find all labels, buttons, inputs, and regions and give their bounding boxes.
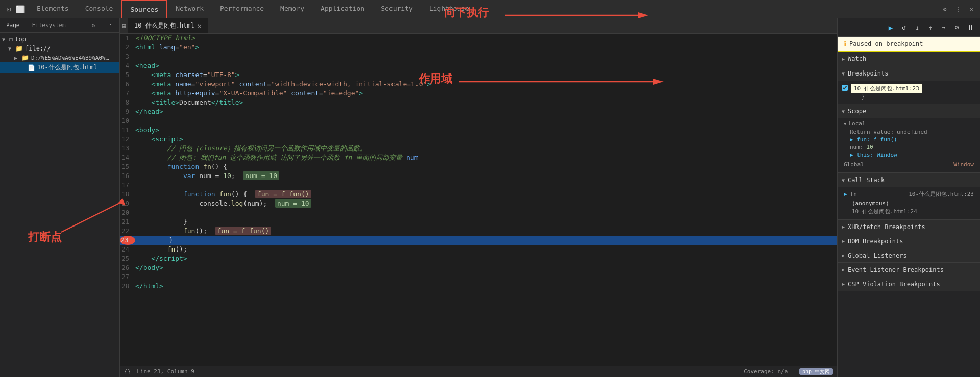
editor-tab-close[interactable]: × [198,22,202,30]
dock-icon[interactable]: ⊡ [4,5,13,14]
scope-label: Scope [848,108,866,115]
file-panel: Page Filesystem » ⋮ ▼ ☐ top ▼ 📁 file:// [0,18,120,377]
scope-section: ▼ Scope ▼ Local Return value: undefined [838,104,980,173]
code-line-20: 20 [120,208,837,217]
paused-label: Paused on breakpoint [849,40,923,47]
code-scroll[interactable]: 1 <!DOCTYPE html> 2 <html lang="en"> 3 [120,34,837,366]
call-stack-arrow: ▼ [842,178,845,183]
file-tab-page[interactable]: Page [0,18,26,32]
file-panel-menu[interactable]: ⋮ [102,18,119,32]
tree-item-html[interactable]: 📄 10-什么是闭包.html [0,62,119,73]
bp-arrow: ▼ [842,71,845,77]
code-line-7: 7 <meta http-equiv="X-UA-Compatible" con… [120,89,837,98]
code-line-16: 16 var num = 10; num = 10 [120,171,837,181]
dom-header[interactable]: ▶ DOM Breakpoints [838,234,980,248]
tab-performance[interactable]: Performance [212,0,272,18]
csp-arrow: ▶ [842,281,845,287]
xhr-header[interactable]: ▶ XHR/fetch Breakpoints [838,220,980,234]
call-stack-header[interactable]: ▼ Call Stack [838,173,980,187]
scope-content: ▼ Local Return value: undefined ▶ fun: f… [838,118,980,172]
call-stack-item-anon: (anonymous) [842,199,976,208]
event-header[interactable]: ▶ Event Listener Breakpoints [838,263,980,277]
step-out-button[interactable]: ↑ [925,22,936,33]
tree-arrow-top: ▼ [2,37,9,42]
scope-return-entry: Return value: undefined [844,128,974,136]
tree-item-file[interactable]: ▼ 📁 file:// [0,44,119,53]
tree-arrow-file: ▼ [8,46,15,52]
csp-header[interactable]: ▶ CSP Violation Breakpoints [838,277,980,291]
tree-item-d[interactable]: ▶ 📁 D:/%E5%AD%A6%E4%B9%A0%… [0,53,119,62]
scope-header[interactable]: ▼ Scope [838,104,980,118]
watch-header[interactable]: ▶ Watch [838,52,980,66]
paused-icon: ℹ [844,40,846,48]
code-line-2: 2 <html lang="en"> [120,43,837,52]
editor-tab-label: 10-什么是闭包.html [134,21,194,30]
code-line-21: 21 } [120,217,837,227]
step-over-button[interactable]: ↺ [898,22,910,33]
global-header[interactable]: ▶ Global Listeners [838,248,980,263]
more-icon[interactable]: ⋮ [953,5,963,14]
code-line-28: 28 </html> [120,282,837,291]
event-arrow: ▶ [842,267,845,272]
bp-checkbox-1[interactable] [842,85,848,91]
step-into-button[interactable]: ↓ [912,22,923,33]
main-toolbar: ⊡ ⬜ Elements Console Sources Network Per… [0,0,980,18]
deactivate-breakpoints-button[interactable]: ⊘ [951,22,963,33]
file-panel-more[interactable]: » [88,22,100,29]
breakpoint-item-1: 10-什么是闭包.html:23 } [842,83,976,102]
debug-toolbar: ▶ ↺ ↓ ↑ → ⊘ ⏸ [838,18,980,37]
right-panel-content: ▶ Watch ▼ Breakpoints 10-什么是闭包.ht [838,52,980,377]
code-line-6: 6 <meta name="viewport" content="width=d… [120,80,837,89]
settings-icon[interactable]: ⚙ [940,5,949,14]
toolbar-right: ⚙ ⋮ ✕ [936,5,980,14]
editor-status-bar: {} Line 23, Column 9 Coverage: n/a php 中… [120,366,837,377]
file-tab-filesystem[interactable]: Filesystem [26,18,72,32]
tree-icon-file: 📁 [15,45,23,52]
code-line-10: 10 [120,116,837,125]
sidebar-toggle-icon[interactable]: ⊞ [120,22,128,30]
code-line-1: 1 <!DOCTYPE html> [120,34,837,43]
file-tree: ▼ ☐ top ▼ 📁 file:// ▶ 📁 D:/%E5%AD%A6%E4%… [0,33,119,377]
xhr-label: XHR/fetch Breakpoints [848,223,925,231]
tab-network[interactable]: Network [167,0,212,18]
devtools-window: ⊡ ⬜ Elements Console Sources Network Per… [0,0,980,377]
code-line-3: 3 [120,52,837,61]
resume-button[interactable]: ▶ [885,22,896,33]
breakpoints-list: 10-什么是闭包.html:23 } [838,81,980,104]
code-line-22: 22 fun(); fun = f fun() [120,227,837,236]
global-section: ▶ Global Listeners [838,248,980,263]
tree-arrow-d: ▶ [14,55,21,61]
tab-memory[interactable]: Memory [272,0,312,18]
scope-global-group: Global Window [844,161,974,168]
call-stack-item-fn: ▶ fn 10-什么是闭包.html:23 [842,189,976,199]
dom-arrow: ▶ [842,238,845,244]
bp-item-label-1: 10-什么是闭包.html:23 [851,84,922,93]
tab-lighthouse[interactable]: Lighthouse [421,0,477,18]
code-line-14: 14 // 闭包: 我们fun 这个函数作用域 访问了另外一个函数 fn 里面的… [120,153,837,162]
event-label: Event Listener Breakpoints [848,266,944,273]
code-line-27: 27 [120,272,837,282]
main-tab-list: Elements Console Sources Network Perform… [29,0,477,18]
tab-console[interactable]: Console [77,0,121,18]
code-line-19: 19 console.log(num); num = 10 [120,199,837,208]
code-line-13: 13 // 闭包（closure）指有权访问另一个函数作用域中变量的函数。 [120,144,837,153]
editor-tab-html[interactable]: 10-什么是闭包.html × [128,18,208,33]
scope-num-entry: num: 10 [844,143,974,151]
scope-this-entry: ▶ this: Window [844,151,974,159]
close-icon[interactable]: ✕ [967,5,976,14]
breakpoints-section: ▼ Breakpoints 10-什么是闭包.html:23 } [838,66,980,104]
tab-elements[interactable]: Elements [29,0,77,18]
main-content: Page Filesystem » ⋮ ▼ ☐ top ▼ 📁 file:// [0,18,980,377]
csp-section: ▶ CSP Violation Breakpoints [838,277,980,291]
tree-item-top[interactable]: ▼ ☐ top [0,35,119,44]
toolbar-icons: ⊡ ⬜ [0,5,29,14]
tab-sources[interactable]: Sources [121,0,167,18]
scope-local-title[interactable]: ▼ Local [844,120,974,127]
responsive-icon[interactable]: ⬜ [15,5,24,14]
bp-item-brace-1: } [851,93,922,100]
pause-exceptions-button[interactable]: ⏸ [965,22,976,33]
step-button[interactable]: → [938,22,949,33]
breakpoints-header[interactable]: ▼ Breakpoints [838,66,980,81]
tab-security[interactable]: Security [373,0,421,18]
tab-application[interactable]: Application [312,0,373,18]
